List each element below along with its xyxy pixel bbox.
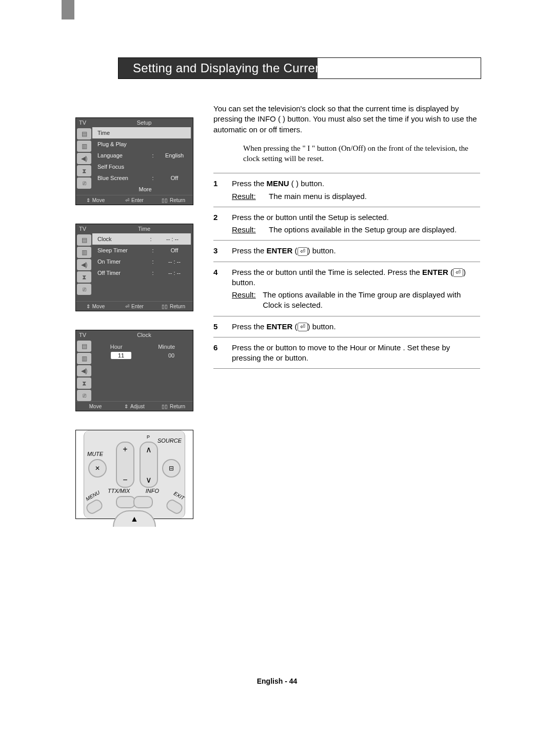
osd-row-clock: Clock:-- : --	[92, 233, 191, 245]
hour-header: Hour	[110, 344, 123, 350]
plus-icon: +	[123, 445, 127, 454]
step-3: 3 Press the ENTER (⏎) button.	[213, 246, 480, 256]
hourglass-icon: ⧗	[77, 165, 91, 176]
step-2: 2 Press the or button until the Setup is…	[213, 212, 480, 235]
step-5: 5 Press the ENTER (⏎) button.	[213, 322, 480, 332]
speaker-icon: ◀)	[77, 153, 91, 164]
ttx-button	[116, 496, 135, 508]
hourglass-icon: ⧗	[77, 377, 91, 389]
display-icon: ▤	[77, 128, 91, 140]
osd-row-blank	[92, 278, 193, 290]
sliders-icon: ⎚	[77, 284, 91, 295]
up-arrow-icon: ▲	[130, 514, 138, 524]
display-icon: ▤	[77, 234, 91, 246]
divider	[213, 337, 480, 337]
title-box: Setting and Displaying the Current Time	[118, 57, 481, 79]
minute-header: Minute	[158, 344, 175, 350]
osd-footer: ⇕Move ⏎Enter ▯▯Return	[76, 195, 193, 205]
display-icon: ▤	[77, 341, 91, 352]
panel-icon: ▥	[77, 247, 91, 258]
osd-time-panel: TV Time ▤ ▥ ◀) ⧗ ⎚ Clock:-- : -- Sleep T…	[75, 224, 193, 311]
osd-row-bluescreen: Blue Screen:Off	[92, 172, 193, 184]
ttx-label: TTX/MIX	[108, 488, 130, 494]
volume-rocker: + −	[116, 442, 134, 488]
decorative-stripe	[62, 0, 74, 19]
source-button: ⊟	[162, 459, 181, 478]
osd-row-language: Language:English	[92, 150, 193, 161]
channel-rocker: ∧ ∨	[140, 442, 158, 488]
p-label: P	[147, 434, 150, 440]
divider	[213, 173, 480, 173]
osd-setup-title: Setup	[95, 120, 193, 126]
dpad-top: ▲	[113, 510, 156, 527]
up-icon: ∧	[146, 445, 152, 454]
osd-icon-col: ▤ ▥ ◀) ⧗ ⎚	[76, 127, 92, 195]
osd-icon-col: ▤ ▥ ◀) ⧗ ⎚	[76, 233, 92, 301]
enter-icon: ⏎	[298, 247, 308, 256]
return-icon: ▯▯	[162, 404, 168, 409]
mute-button: ✕	[88, 459, 107, 478]
mute-label: MUTE	[87, 451, 103, 457]
minus-icon: −	[123, 475, 127, 485]
step-1: 1 Press the MENU ( ) button. Result:The …	[213, 178, 480, 202]
divider	[213, 240, 480, 241]
enter-icon: ⏎	[125, 197, 129, 203]
sliders-icon: ⎚	[77, 390, 91, 401]
osd-row-ontimer: On Timer:-- : --	[92, 256, 193, 267]
panel-icon: ▥	[77, 353, 91, 364]
minute-value: 00	[168, 352, 174, 359]
info-button	[133, 496, 153, 508]
speaker-icon: ◀)	[77, 365, 91, 376]
divider	[213, 316, 480, 316]
osd-footer: Move ⇕Adjust ▯▯Return	[76, 401, 193, 411]
instructions-column: You can set the television's clock so th…	[213, 104, 480, 374]
step-4: 4 Press the or button until the Time is …	[213, 267, 480, 311]
updown-icon: ⇕	[86, 197, 90, 203]
panel-icon: ▥	[77, 141, 91, 152]
page-number: English - 44	[0, 677, 554, 685]
osd-row-blank	[92, 290, 193, 301]
manual-page: Setting and Displaying the Current Time …	[0, 0, 554, 756]
return-icon: ▯▯	[162, 304, 168, 309]
step-6: 6 Press the or button to move to the Hou…	[213, 343, 480, 364]
osd-row-time: Time	[92, 127, 191, 138]
intro-text: You can set the television's clock so th…	[213, 104, 480, 135]
note-text: When pressing the " I " button (On/Off) …	[243, 143, 480, 164]
enter-icon: ⏎	[453, 268, 463, 277]
sliders-icon: ⎚	[77, 177, 91, 189]
osd-clock-title: Clock	[95, 332, 193, 338]
enter-icon: ⏎	[125, 304, 129, 309]
osd-footer: ⇕Move ⏎Enter ▯▯Return	[76, 301, 193, 311]
osd-tv-label: TV	[76, 332, 95, 338]
divider	[213, 368, 480, 369]
exit-label: EXIT	[173, 490, 186, 501]
osd-row-more: More	[92, 184, 193, 195]
osd-row-sleeptimer: Sleep Timer:Off	[92, 245, 193, 256]
enter-icon: ⏎	[298, 323, 308, 331]
updown-icon: ⇕	[124, 404, 128, 409]
remote-illustration: MUTE ✕ P SOURCE + − ∧ ∨ ⊟ TTX/MIX INFO	[75, 430, 193, 519]
osd-row-offtimer: Off Timer:-- : --	[92, 267, 193, 278]
osd-row-selffocus: Self Focus	[92, 161, 193, 172]
divider	[213, 207, 480, 207]
hourglass-icon: ⧗	[77, 271, 91, 283]
page-title: Setting and Displaying the Current Time	[118, 58, 481, 78]
divider	[213, 262, 480, 262]
return-icon: ▯▯	[162, 197, 168, 203]
osd-clock-panel: TV Clock ▤ ▥ ◀) ⧗ ⎚ Hour Minute	[75, 330, 193, 411]
updown-icon: ⇕	[86, 304, 90, 309]
speaker-icon: ◀)	[77, 259, 91, 270]
osd-row-plugplay: Plug & Play	[92, 138, 193, 150]
osd-icon-col: ▤ ▥ ◀) ⧗ ⎚	[76, 340, 92, 401]
osd-tv-label: TV	[76, 120, 95, 126]
down-icon: ∨	[146, 475, 152, 485]
source-label: SOURCE	[157, 437, 182, 444]
osd-tv-label: TV	[76, 226, 95, 232]
osd-setup-panel: TV Setup ▤ ▥ ◀) ⧗ ⎚ Time Plug & Play Lan…	[75, 117, 193, 205]
left-column: TV Setup ▤ ▥ ◀) ⧗ ⎚ Time Plug & Play Lan…	[75, 117, 193, 519]
osd-time-title: Time	[95, 226, 193, 232]
hour-value: 11	[111, 352, 131, 359]
info-label: INFO	[146, 488, 159, 494]
